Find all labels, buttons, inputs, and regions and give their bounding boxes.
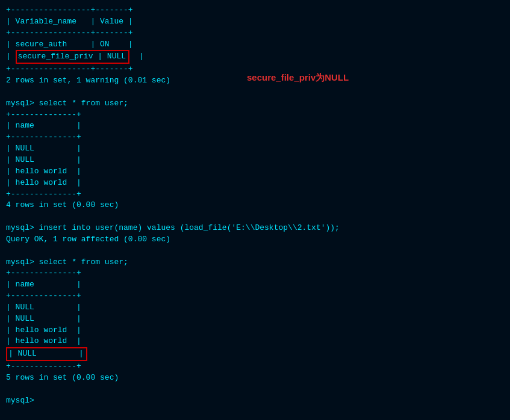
table2-row4: | hello world | bbox=[6, 178, 504, 189]
table2-row2: | NULL | bbox=[6, 155, 504, 166]
table2-row1: | NULL | bbox=[6, 143, 504, 155]
table3-row5-highlight: | NULL | bbox=[6, 347, 504, 361]
table2-header: | name | bbox=[6, 120, 504, 132]
table3-border-top: +--------------+ bbox=[6, 268, 504, 279]
table3-row4: | hello world | bbox=[6, 336, 504, 347]
insert-section: mysql> insert into user(name) values (lo… bbox=[6, 223, 504, 246]
table3-border-mid: +--------------+ bbox=[6, 291, 504, 302]
highlight-null-row: | NULL | bbox=[6, 347, 87, 361]
mysql-prompt-1: mysql> select * from user; bbox=[6, 98, 504, 110]
highlight-secure-file-priv: secure_file_priv | NULL bbox=[16, 50, 129, 64]
first-select-section: mysql> select * from user; +------------… bbox=[6, 98, 504, 211]
top-section: +-----------------+-------+ | Variable_n… bbox=[6, 5, 504, 87]
table2-row3: | hello world | bbox=[6, 166, 504, 178]
table3-border-bot: +--------------+ bbox=[6, 361, 504, 372]
blank3 bbox=[6, 246, 504, 257]
annotation-secure-file-priv: secure_file_priv为NULL bbox=[247, 71, 349, 84]
line-border-top: +-----------------+-------+ bbox=[6, 5, 504, 16]
terminal: +-----------------+-------+ | Variable_n… bbox=[6, 5, 504, 407]
mysql-prompt-2: mysql> select * from user; bbox=[6, 257, 504, 268]
rows-4: 4 rows in set (0.00 sec) bbox=[6, 200, 504, 211]
mysql-final: mysql> bbox=[6, 395, 504, 407]
blank1 bbox=[6, 87, 504, 98]
blank4 bbox=[6, 384, 504, 395]
table2-border-top: +--------------+ bbox=[6, 110, 504, 121]
table2-border-mid: +--------------+ bbox=[6, 132, 504, 143]
second-select-section: mysql> select * from user; +------------… bbox=[6, 257, 504, 384]
table3-row1: | NULL | bbox=[6, 302, 504, 313]
table2-border-bot: +--------------+ bbox=[6, 189, 504, 200]
mysql-insert: mysql> insert into user(name) values (lo… bbox=[6, 223, 504, 234]
table3-row2: | NULL | bbox=[6, 313, 504, 325]
line-secure-file-priv: | secure_file_priv | NULL | bbox=[6, 50, 504, 64]
query-ok: Query OK, 1 row affected (0.00 sec) bbox=[6, 234, 504, 246]
line-border-mid: +-----------------+-------+ bbox=[6, 28, 504, 39]
table3-row3: | hello world | bbox=[6, 325, 504, 336]
rows-5: 5 rows in set (0.00 sec) bbox=[6, 372, 504, 384]
line-secure-auth: | secure_auth | ON | bbox=[6, 39, 504, 51]
line-header: | Variable_name | Value | bbox=[6, 16, 504, 28]
table3-header: | name | bbox=[6, 279, 504, 291]
blank2 bbox=[6, 211, 504, 223]
